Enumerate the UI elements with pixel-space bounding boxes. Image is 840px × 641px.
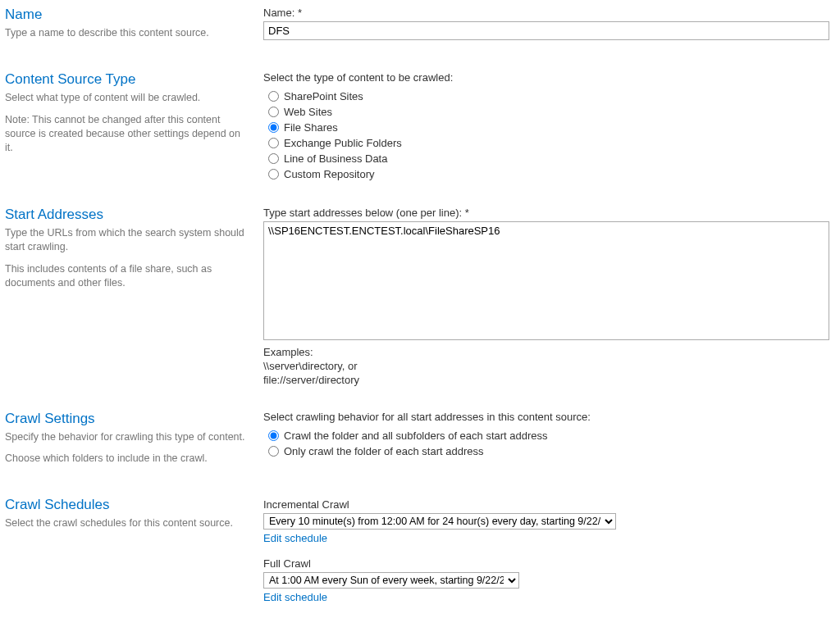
radio-sharepoint-label: SharePoint Sites xyxy=(284,90,363,102)
type-heading: Content Source Type xyxy=(5,71,247,88)
examples-2: file://server/directory xyxy=(263,374,835,388)
start-heading: Start Addresses xyxy=(5,207,247,223)
inc-crawl-select[interactable]: Every 10 minute(s) from 12:00 AM for 24 … xyxy=(263,513,616,530)
radio-crawl-all-label: Crawl the folder and all subfolders of e… xyxy=(284,430,548,442)
radio-sharepoint[interactable] xyxy=(268,91,279,102)
crawl-settings-heading: Crawl Settings xyxy=(5,411,247,427)
radio-lob[interactable] xyxy=(268,153,279,164)
radio-websites[interactable] xyxy=(268,107,279,117)
start-label: Type start addresses below (one per line… xyxy=(263,207,835,219)
radio-crawl-only[interactable] xyxy=(268,446,279,457)
full-crawl-label: Full Crawl xyxy=(263,557,835,570)
name-input[interactable] xyxy=(263,21,829,40)
radio-crawl-all[interactable] xyxy=(268,430,279,441)
full-crawl-select[interactable]: At 1:00 AM every Sun of every week, star… xyxy=(263,572,519,589)
type-desc2: Note: This cannot be changed after this … xyxy=(5,113,247,155)
inc-crawl-label: Incremental Crawl xyxy=(263,498,835,511)
radio-exchange-label: Exchange Public Folders xyxy=(284,137,402,149)
inc-edit-link[interactable]: Edit schedule xyxy=(263,532,327,544)
radio-lob-label: Line of Business Data xyxy=(284,152,387,165)
crawl-settings-desc2: Choose which folders to include in the c… xyxy=(5,452,247,466)
name-desc: Type a name to describe this content sou… xyxy=(5,26,247,40)
radio-exchange[interactable] xyxy=(268,138,279,148)
examples-label: Examples: xyxy=(263,346,835,360)
radio-crawl-only-label: Only crawl the folder of each start addr… xyxy=(284,445,484,457)
start-desc2: This includes contents of a file share, … xyxy=(5,262,247,290)
start-desc1: Type the URLs from which the search syst… xyxy=(5,226,247,254)
radio-custom-label: Custom Repository xyxy=(284,168,375,180)
examples-1: \\server\directory, or xyxy=(263,360,835,374)
radio-fileshares[interactable] xyxy=(268,122,279,133)
type-label: Select the type of content to be crawled… xyxy=(263,71,835,84)
schedules-heading: Crawl Schedules xyxy=(5,497,247,513)
type-desc1: Select what type of content will be craw… xyxy=(5,91,247,105)
name-label: Name: * xyxy=(263,7,835,19)
full-edit-link[interactable]: Edit schedule xyxy=(263,591,327,603)
schedules-desc: Select the crawl schedules for this cont… xyxy=(5,516,247,530)
crawl-settings-label: Select crawling behavior for all start a… xyxy=(263,411,835,423)
name-heading: Name xyxy=(5,7,247,23)
radio-websites-label: Web Sites xyxy=(284,106,332,118)
radio-fileshares-label: File Shares xyxy=(284,121,338,134)
start-textarea[interactable]: \\SP16ENCTEST.ENCTEST.local\FileShareSP1… xyxy=(263,221,829,340)
crawl-settings-desc1: Specify the behavior for crawling this t… xyxy=(5,430,247,444)
radio-custom[interactable] xyxy=(268,169,279,180)
